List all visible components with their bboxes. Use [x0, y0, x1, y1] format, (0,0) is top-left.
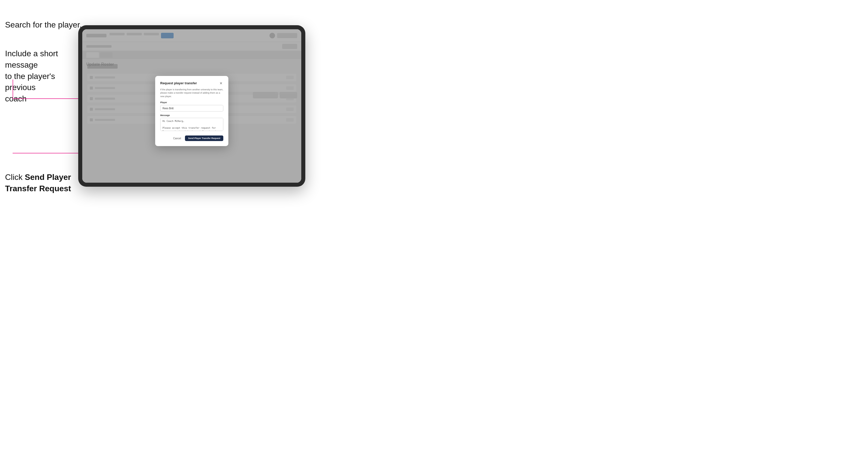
modal-title: Request player transfer — [160, 81, 197, 85]
player-label: Player — [160, 101, 223, 104]
tablet-device: Update Roster Request player transfer ✕ … — [78, 25, 305, 187]
modal-header: Request player transfer ✕ — [160, 81, 223, 86]
tablet-screen: Update Roster Request player transfer ✕ … — [82, 29, 301, 183]
modal-overlay: Request player transfer ✕ If the player … — [82, 29, 301, 183]
annotation-click: Click Send Player Transfer Request — [5, 172, 76, 194]
request-transfer-modal: Request player transfer ✕ If the player … — [155, 76, 228, 146]
annotation-line-vertical-1 — [12, 80, 13, 99]
annotation-search: Search for the player. — [5, 20, 82, 30]
message-textarea[interactable] — [160, 118, 223, 131]
close-icon[interactable]: ✕ — [219, 81, 223, 86]
annotation-message: Include a short message to the player's … — [5, 48, 86, 104]
cancel-button[interactable]: Cancel — [171, 136, 183, 141]
modal-footer: Cancel Send Player Transfer Request — [160, 135, 223, 141]
player-input[interactable] — [160, 105, 223, 112]
modal-description: If the player is transferring from anoth… — [160, 88, 223, 98]
message-label: Message — [160, 114, 223, 117]
send-transfer-button[interactable]: Send Player Transfer Request — [185, 135, 223, 141]
